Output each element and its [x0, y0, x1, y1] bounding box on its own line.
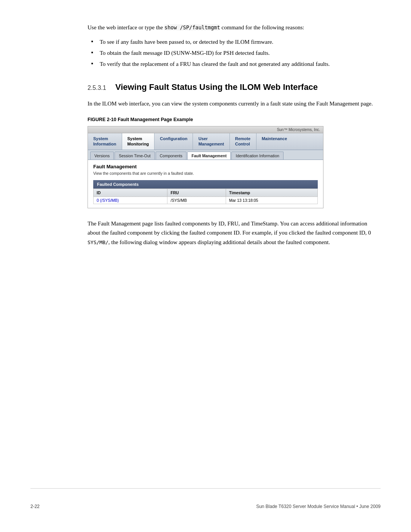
- tab-versions[interactable]: Versions: [90, 152, 114, 160]
- tab-identification-information[interactable]: Identification Information: [231, 152, 283, 160]
- nav-item-configuration[interactable]: Configuration: [155, 133, 193, 150]
- section-heading: 2.5.3.1 Viewing Fault Status Using the I…: [88, 82, 381, 92]
- ilom-topbar: Sun™ Microsystems, Inc.: [88, 126, 323, 133]
- list-item: To see if any faults have been passed to…: [91, 37, 381, 47]
- tab-session-timeout[interactable]: Session Time-Out: [115, 152, 155, 160]
- col-header-id: ID: [94, 189, 167, 197]
- fault-management-title: Fault Management: [93, 164, 318, 169]
- ilom-nav: SystemInformation SystemMonitoring Confi…: [88, 133, 323, 150]
- section-title: Viewing Fault Status Using the ILOM Web …: [115, 82, 318, 92]
- bullet-list: To see if any faults have been passed to…: [91, 37, 381, 69]
- figure-label: FIGURE 2-10: [88, 117, 116, 122]
- intro-text-after: command for the following reasons:: [221, 24, 304, 30]
- ilom-brand: Sun™ Microsystems, Inc.: [277, 128, 320, 132]
- list-item: To obtain the fault message ID (SUNW-MSG…: [91, 48, 381, 58]
- content-area: Use the web interface or type the show /…: [88, 23, 381, 252]
- col-header-fru: FRU: [167, 189, 226, 197]
- section-body: In the ILOM web interface, you can view …: [88, 99, 381, 109]
- nav-item-maintenance[interactable]: Maintenance: [256, 133, 293, 150]
- faulted-components-table: ID FRU Timestamp 0 (/SYS/MB) /SYS/MB Mar…: [93, 189, 318, 204]
- intro-paragraph: Use the web interface or type the show /…: [88, 23, 381, 32]
- col-header-timestamp: Timestamp: [226, 189, 317, 197]
- list-item: To verify that the replacement of a FRU …: [91, 59, 381, 69]
- faulted-components-header: Faulted Components: [93, 180, 318, 189]
- nav-item-user-management[interactable]: UserManagement: [193, 133, 229, 150]
- cell-id[interactable]: 0 (/SYS/MB): [94, 197, 167, 204]
- ilom-content: Fault Management View the components tha…: [88, 160, 323, 208]
- page: Use the web interface or type the show /…: [0, 0, 411, 532]
- page-footer: 2-22 Sun Blade T6320 Server Module Servi…: [30, 488, 381, 509]
- fault-management-desc: View the components that are currently i…: [93, 171, 318, 176]
- ilom-screenshot: Sun™ Microsystems, Inc. SystemInformatio…: [88, 126, 323, 208]
- tab-components[interactable]: Components: [156, 152, 187, 160]
- footer-doc-title: Sun Blade T6320 Server Module Service Ma…: [256, 504, 381, 509]
- figure-caption: FIGURE 2-10 Fault Management Page Exampl…: [88, 117, 381, 122]
- ilom-tabs: Versions Session Time-Out Components Fau…: [88, 150, 323, 160]
- table-row: 0 (/SYS/MB) /SYS/MB Mar 13 13:18:05: [94, 197, 318, 204]
- code-sysmb: SYS/MB/: [88, 240, 108, 245]
- nav-item-remote-control[interactable]: RemoteControl: [230, 133, 256, 150]
- tab-fault-management[interactable]: Fault Management: [187, 152, 231, 160]
- section-number: 2.5.3.1: [88, 85, 106, 91]
- post-figure-paragraph: The Fault Management page lists faulted …: [88, 219, 381, 247]
- figure-caption-text: Fault Management Page Example: [118, 117, 193, 122]
- intro-command: show /SP/faultmgmt: [164, 24, 220, 30]
- footer-page-num: 2-22: [30, 504, 40, 509]
- cell-fru: /SYS/MB: [167, 197, 226, 204]
- nav-item-system-information[interactable]: SystemInformation: [88, 133, 122, 150]
- intro-text-before: Use the web interface or type the: [88, 24, 163, 30]
- nav-item-system-monitoring[interactable]: SystemMonitoring: [122, 133, 155, 150]
- cell-timestamp: Mar 13 13:18:05: [226, 197, 317, 204]
